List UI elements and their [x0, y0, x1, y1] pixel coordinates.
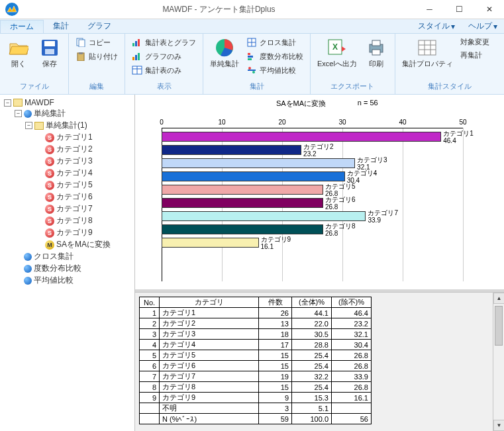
- tree-node-root[interactable]: −MAWDF: [4, 98, 132, 107]
- cross-tally-button[interactable]: クロス集計: [244, 36, 306, 49]
- chart: SAをMAに変換n = 5601020304050カテゴリ146.4カテゴリ22…: [142, 99, 489, 285]
- tab-home[interactable]: ホーム: [0, 20, 44, 33]
- folder-icon: [34, 122, 44, 130]
- s-badge-icon: S: [45, 169, 54, 178]
- table-cell: カテゴリ7: [160, 371, 259, 382]
- tally-props-button[interactable]: 集計プロパティ: [399, 36, 456, 69]
- folder-open-icon: [8, 37, 29, 58]
- tab-graph[interactable]: グラフ: [78, 19, 121, 33]
- table-cell: 不明: [160, 403, 259, 414]
- print-button[interactable]: 印刷: [362, 36, 391, 69]
- svg-rect-31: [372, 50, 380, 55]
- tree-node[interactable]: Sカテゴリ6: [36, 191, 132, 203]
- minimize-button[interactable]: ─: [415, 0, 444, 19]
- scroll-down-icon[interactable]: ▼: [493, 420, 504, 431]
- excel-export-button[interactable]: X Excelへ出力: [315, 36, 360, 69]
- tree-node[interactable]: Sカテゴリ2: [36, 144, 132, 155]
- tree-node[interactable]: Sカテゴリ7: [36, 203, 132, 215]
- tree-node[interactable]: −単純集計(1): [25, 120, 132, 131]
- tree-node[interactable]: Sカテゴリ3: [36, 156, 132, 167]
- save-button[interactable]: 保存: [35, 36, 64, 69]
- right-panel: SAをMAに変換n = 5601020304050カテゴリ146.4カテゴリ22…: [135, 95, 504, 431]
- table-row: 3カテゴリ31830.532.1: [140, 329, 372, 340]
- table-cell: カテゴリ6: [160, 361, 259, 371]
- table-cell: 33.9: [332, 371, 372, 382]
- tree-node-label: 平均値比較: [34, 275, 74, 286]
- chart-bar-label: カテゴリ430.4: [347, 170, 378, 184]
- table-row: 8カテゴリ81525.426.8: [140, 382, 372, 393]
- table-header: 件数: [259, 297, 292, 308]
- maximize-button[interactable]: ☐: [444, 0, 474, 19]
- s-badge-icon: S: [45, 216, 54, 226]
- table-header: (除不)%: [332, 297, 372, 308]
- tree-node[interactable]: MSAをMAに変換: [36, 239, 132, 250]
- table-cell: 15: [259, 350, 292, 361]
- collapse-icon[interactable]: −: [4, 99, 11, 107]
- table-cell: 44.1: [292, 308, 332, 318]
- tree-node-label: クロス集計: [34, 251, 74, 262]
- tree-node[interactable]: 度数分布比較: [15, 263, 132, 274]
- menu-help[interactable]: ヘルプ▾: [462, 19, 504, 33]
- menu-style[interactable]: スタイル▾: [411, 19, 462, 33]
- chart-bar: [162, 171, 345, 181]
- table-cell: カテゴリ2: [160, 318, 259, 329]
- tree-node[interactable]: −単純集計: [15, 108, 132, 119]
- table-cell: 3: [140, 329, 160, 340]
- tree-node[interactable]: Sカテゴリ5: [36, 179, 132, 191]
- collapse-icon[interactable]: −: [25, 122, 32, 129]
- tree-node[interactable]: クロス集計: [15, 251, 132, 262]
- table-cell: 8: [140, 382, 160, 393]
- svg-point-26: [252, 71, 255, 73]
- mean-compare-button[interactable]: 平均値比較: [244, 64, 306, 77]
- chart-bar-label: カテゴリ223.2: [303, 144, 334, 158]
- chart-bar: [162, 145, 301, 155]
- axis-tick: 40: [399, 119, 406, 126]
- view-table-chart-button[interactable]: 集計表とグラフ: [129, 36, 199, 49]
- table-cell: 15.3: [292, 393, 332, 403]
- table-cell: 23.2: [332, 318, 372, 329]
- table-header: No.: [140, 297, 160, 308]
- table-cell: 100.0: [292, 414, 332, 424]
- simple-tally-button[interactable]: 単純集計: [207, 36, 242, 69]
- table-cell: 7: [140, 371, 160, 382]
- table-cell: 9: [259, 393, 292, 403]
- scroll-up-icon[interactable]: ▲: [493, 293, 504, 304]
- table-row: 7カテゴリ71932.233.9: [140, 371, 372, 382]
- svg-text:X: X: [332, 42, 338, 52]
- tree-node[interactable]: Sカテゴリ1: [36, 132, 132, 143]
- chart-bar: [162, 198, 323, 208]
- tree-node-label: カテゴリ1: [56, 132, 93, 143]
- s-badge-icon: S: [45, 205, 54, 214]
- table-cell: 22.0: [292, 318, 332, 329]
- tablechart-icon: [132, 37, 142, 48]
- table-cell: 26.8: [332, 361, 372, 371]
- tree-node[interactable]: Sカテゴリ9: [36, 227, 132, 238]
- view-table-only-button[interactable]: 集計表のみ: [129, 64, 199, 77]
- recalc-button[interactable]: 再集計: [458, 49, 492, 62]
- scroll-thumb[interactable]: [495, 306, 503, 346]
- tree-node-label: カテゴリ6: [56, 191, 93, 203]
- table-cell: 26: [259, 308, 292, 318]
- table-cell: 56: [332, 414, 372, 424]
- table-cell: 4: [140, 340, 160, 350]
- s-badge-icon: S: [45, 157, 54, 166]
- axis-tick: 10: [218, 119, 225, 126]
- vertical-scrollbar[interactable]: ▲ ▼: [493, 293, 504, 431]
- target-change-button[interactable]: 対象変更: [458, 36, 492, 48]
- svg-rect-13: [138, 53, 140, 60]
- table-cell: 32.2: [292, 371, 332, 382]
- close-button[interactable]: ✕: [474, 0, 504, 19]
- collapse-icon[interactable]: −: [15, 110, 22, 117]
- copy-button[interactable]: コピー: [73, 36, 121, 49]
- paste-button[interactable]: 貼り付け: [73, 50, 121, 63]
- tree-node[interactable]: Sカテゴリ4: [36, 168, 132, 179]
- tree-node-label: SAをMAに変換: [56, 239, 111, 250]
- dist-compare-button[interactable]: 度数分布比較: [244, 50, 306, 63]
- open-button[interactable]: 開く: [4, 36, 33, 69]
- table-cell: カテゴリ8: [160, 382, 259, 393]
- view-chart-only-button[interactable]: グラフのみ: [129, 50, 199, 63]
- tree-node[interactable]: Sカテゴリ8: [36, 215, 132, 226]
- tab-shukei[interactable]: 集計: [44, 19, 78, 33]
- chart-bar-label: カテゴリ733.9: [368, 210, 398, 224]
- tree-node[interactable]: 平均値比較: [15, 275, 132, 286]
